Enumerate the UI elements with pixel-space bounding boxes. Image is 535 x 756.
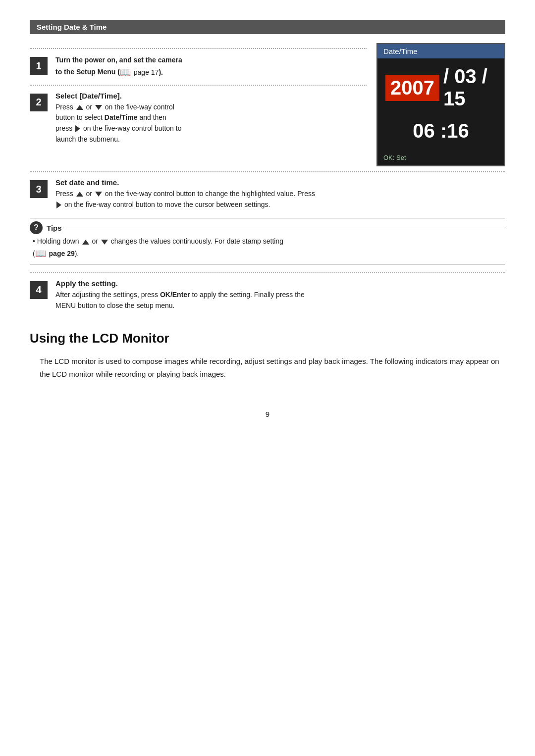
step-1-row: 1 Turn the power on, and set the camera … [30, 55, 367, 80]
step-2-content: Select [Date/Time]. Press or on the five… [55, 92, 367, 145]
step-3-row: 3 Set date and time. Press or on the fiv… [30, 178, 505, 210]
lcd-section-text: The LCD monitor is used to compose image… [30, 355, 505, 380]
up-arrow-icon-1 [76, 105, 83, 110]
step1-ref: page 17 [134, 68, 159, 76]
down-arrow-icon-1 [95, 105, 102, 110]
ref-icon-1: 📖 [120, 66, 131, 80]
lcd-section-title: Using the LCD Monitor [30, 331, 505, 346]
step-3-title: Set date and time. [55, 178, 505, 187]
dotted-divider-1 [30, 48, 367, 49]
tips-label: Tips [47, 224, 62, 232]
lcd-screenshot: Date/Time 2007 / 03 / 15 06 :16 OK: Set [376, 43, 505, 166]
step-4-title: Apply the setting. [55, 279, 505, 288]
lcd-body: 2007 / 03 / 15 06 :16 [377, 58, 504, 152]
page-number: 9 [30, 410, 505, 418]
dotted-divider-4 [30, 272, 505, 273]
step-1-number: 1 [30, 57, 48, 75]
tips-box: ? Tips • Holding down or changes the val… [30, 218, 505, 264]
dotted-divider-2 [30, 85, 367, 86]
step-4-number: 4 [30, 281, 48, 299]
right-arrow-icon-1 [75, 125, 80, 132]
step-3-content: Set date and time. Press or on the five-… [55, 178, 505, 210]
step-3-text: Press or on the five-way control button … [55, 189, 505, 210]
step-2-row: 2 Select [Date/Time]. Press or on the fi… [30, 92, 367, 145]
step-4-content: Apply the setting. After adjusting the s… [55, 279, 505, 311]
down-arrow-icon-2 [95, 192, 102, 197]
lcd-date-rest: / 03 / 15 [443, 65, 496, 110]
lcd-footer: OK: Set [377, 152, 504, 165]
step-2-text: Press or on the five-way control button … [55, 102, 367, 145]
right-arrow-icon-2 [56, 202, 61, 208]
dotted-divider-3 [30, 171, 505, 172]
step-1-wrapper: 1 Turn the power on, and set the camera … [30, 48, 367, 80]
step-2-number: 2 [30, 94, 48, 111]
down-arrow-icon-3 [101, 240, 108, 245]
section-header-text: Setting Date & Time [37, 23, 107, 31]
tips-content: • Holding down or changes the values con… [30, 236, 505, 261]
section-header: Setting Date & Time [30, 20, 505, 34]
steps-1-2-container: 1 Turn the power on, and set the camera … [30, 43, 505, 166]
step-1-text: Turn the power on, and set the camera to… [55, 55, 367, 80]
lcd-title-bar: Date/Time [377, 44, 504, 58]
tips-rule [66, 228, 505, 229]
steps-1-2-left: 1 Turn the power on, and set the camera … [30, 43, 376, 149]
step-2-title: Select [Date/Time]. [55, 92, 367, 100]
step-3-wrapper: 3 Set date and time. Press or on the fiv… [30, 171, 505, 210]
step-2-wrapper: 2 Select [Date/Time]. Press or on the fi… [30, 85, 367, 145]
step-3-number: 3 [30, 180, 48, 198]
page-number-text: 9 [266, 410, 269, 418]
lcd-monitor-section: Using the LCD Monitor The LCD monitor is… [30, 331, 505, 380]
tips-header: ? Tips [30, 221, 505, 234]
ref-icon-tips: 📖 [35, 247, 46, 261]
lcd-time: 06 :16 [385, 118, 496, 147]
tips-ref-post: ). [75, 250, 79, 257]
lcd-screen: Date/Time 2007 / 03 / 15 06 :16 OK: Set [376, 43, 505, 166]
tips-icon-text: ? [34, 223, 39, 232]
step-1-content: Turn the power on, and set the camera to… [55, 55, 367, 80]
tips-ref-page: page 29 [49, 250, 75, 257]
tips-text: • Holding down or changes the values con… [33, 236, 505, 261]
up-arrow-icon-3 [82, 240, 89, 245]
step-4-text: After adjusting the settings, press OK/E… [55, 290, 505, 311]
lcd-year: 2007 [385, 75, 439, 101]
lcd-date-row: 2007 / 03 / 15 [385, 65, 496, 110]
step-4-wrapper: 4 Apply the setting. After adjusting the… [30, 272, 505, 311]
tips-icon: ? [30, 221, 43, 234]
step-4-row: 4 Apply the setting. After adjusting the… [30, 279, 505, 311]
step1-end: ). [159, 68, 163, 76]
up-arrow-icon-2 [76, 192, 83, 197]
